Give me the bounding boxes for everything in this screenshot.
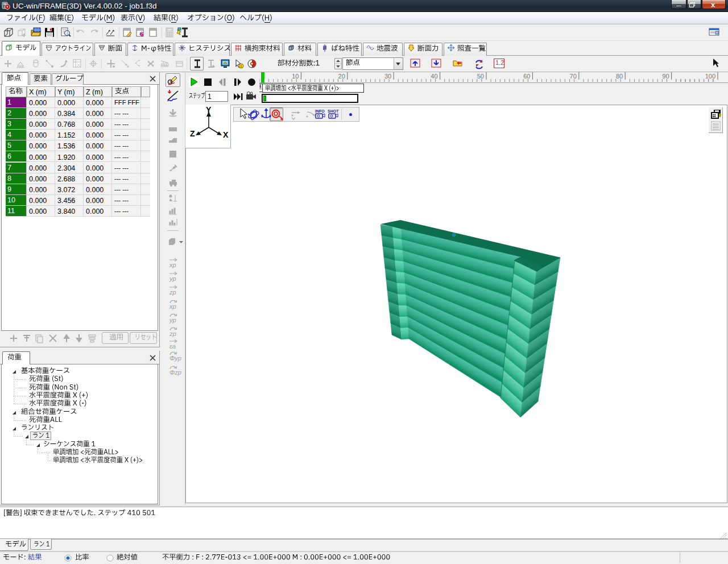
- svg-text:SHOT: SHOT: [328, 109, 339, 113]
- svg-text:90: 90: [662, 73, 669, 80]
- svg-text:zp: zp: [169, 330, 176, 337]
- svg-text:INFO: INFO: [315, 109, 325, 113]
- svg-text:xp: xp: [169, 262, 176, 268]
- svg-text:εa: εa: [169, 343, 176, 350]
- svg-text:70: 70: [570, 73, 577, 80]
- svg-text:10: 10: [292, 73, 299, 80]
- svg-text:20: 20: [338, 73, 345, 80]
- svg-text:40: 40: [431, 73, 437, 80]
- svg-text:Φyp: Φyp: [169, 355, 181, 362]
- svg-text:100: 100: [705, 73, 715, 80]
- svg-text:X: X: [223, 130, 229, 139]
- svg-text:30: 30: [384, 73, 391, 80]
- svg-text:yp: yp: [169, 317, 176, 324]
- svg-text:Φzp: Φzp: [169, 369, 181, 376]
- svg-text:Z: Z: [190, 129, 195, 138]
- svg-text:50: 50: [477, 73, 484, 80]
- svg-text:yp: yp: [169, 275, 176, 282]
- svg-text:zp: zp: [169, 289, 176, 296]
- svg-text:xp: xp: [169, 303, 176, 310]
- svg-text:60: 60: [523, 73, 530, 80]
- svg-text:Y: Y: [206, 107, 212, 114]
- svg-text:80: 80: [616, 73, 623, 80]
